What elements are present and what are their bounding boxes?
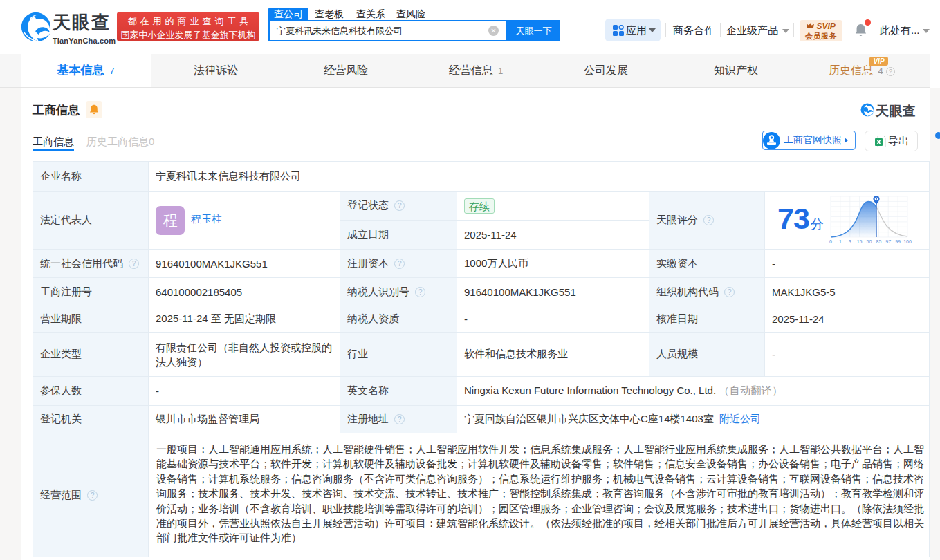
svg-text:97: 97 [885,239,891,244]
svg-text:99: 99 [895,239,901,244]
svg-text:1: 1 [839,239,842,244]
svg-text:100: 100 [903,239,912,244]
svg-text:3: 3 [849,239,851,244]
svg-text:50: 50 [867,239,872,244]
svg-text:15: 15 [857,239,863,244]
svg-text:85: 85 [876,239,882,244]
svg-text:0: 0 [829,239,832,244]
